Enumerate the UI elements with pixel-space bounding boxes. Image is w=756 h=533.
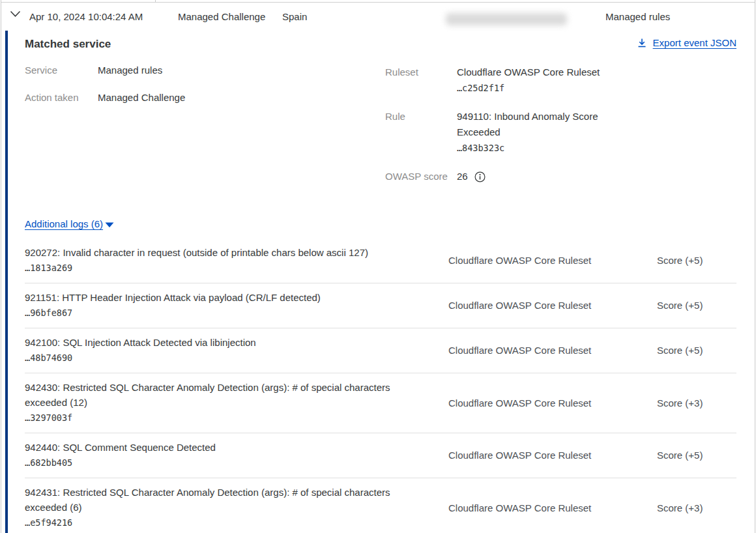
log-main: 942430: Restricted SQL Character Anomaly… (25, 380, 448, 425)
field-value: Managed rules (98, 65, 162, 76)
event-row-container: Apr 10, 2024 10:04:24 AM Managed Challen… (1, 0, 755, 533)
rule-name: 949110: Inbound Anomaly Score Exceeded (457, 111, 598, 137)
log-main: 942100: SQL Injection Attack Detected vi… (25, 335, 448, 366)
event-action: Managed Challenge (178, 10, 265, 23)
log-rule-id: …e5f94216 (25, 515, 429, 530)
log-rule-title: 921151: HTTP Header Injection Attack via… (25, 290, 416, 305)
log-score: Score (+5) (657, 255, 736, 266)
export-event-json-label: Export event JSON (653, 37, 736, 48)
log-rule-id: …3297003f (25, 410, 429, 425)
log-row: 942440: SQL Comment Sequence Detected …6… (25, 433, 736, 478)
ruleset-id: …c25d2f1f (457, 83, 504, 93)
log-score: Score (+5) (657, 300, 736, 311)
event-timestamp: Apr 10, 2024 10:04:24 AM (29, 10, 143, 23)
field-action-taken: Action taken Managed Challenge (25, 92, 385, 104)
log-row: 921151: HTTP Header Injection Attack via… (25, 283, 736, 328)
field-label: Service (25, 65, 98, 76)
export-event-json-link[interactable]: Export event JSON (637, 37, 736, 48)
event-country: Spain (282, 10, 307, 23)
log-score: Score (+3) (657, 397, 736, 409)
log-main: 921151: HTTP Header Injection Attack via… (25, 290, 448, 321)
chevron-down-icon[interactable] (10, 10, 21, 18)
log-rule-id: …96bfe867 (25, 305, 429, 321)
log-score: Score (+5) (657, 345, 736, 356)
log-main: 942440: SQL Comment Sequence Detected …6… (25, 440, 448, 470)
log-ruleset-name: Cloudflare OWASP Core Ruleset (448, 255, 657, 266)
field-service: Service Managed rules (25, 65, 385, 76)
additional-logs-label: Additional logs (6) (25, 218, 103, 230)
log-rule-title: 920272: Invalid character in request (ou… (25, 245, 416, 260)
field-label: Rule (385, 109, 457, 156)
field-label: Action taken (25, 92, 98, 104)
log-main: 920272: Invalid character in request (ou… (25, 245, 448, 276)
log-rule-title: 942430: Restricted SQL Character Anomaly… (25, 380, 416, 410)
event-summary-row[interactable]: Apr 10, 2024 10:04:24 AM Managed Challen… (1, 3, 755, 31)
log-rule-id: …1813a269 (25, 260, 429, 276)
field-owasp-score: OWASP score 26 (385, 169, 736, 184)
rule-id: …843b323c (457, 143, 504, 153)
log-row: 942430: Restricted SQL Character Anomaly… (25, 373, 736, 433)
matched-service-panel: Matched service Export event JSON (1, 31, 755, 533)
additional-logs-list: 920272: Invalid character in request (ou… (25, 238, 736, 533)
log-ruleset-name: Cloudflare OWASP Core Ruleset (448, 345, 657, 356)
download-icon (637, 38, 647, 48)
field-label: Ruleset (385, 65, 457, 96)
log-ruleset-name: Cloudflare OWASP Core Ruleset (448, 450, 657, 461)
ruleset-name: Cloudflare OWASP Core Ruleset (457, 66, 600, 78)
log-rule-id: …682bb405 (25, 455, 429, 470)
info-icon[interactable] (474, 171, 486, 182)
column-divider-tick (155, 0, 156, 2)
fields-right-column: Ruleset Cloudflare OWASP Core Ruleset …c… (385, 65, 736, 197)
field-rule: Rule 949110: Inbound Anomaly Score Excee… (385, 109, 736, 156)
log-score: Score (+3) (657, 502, 736, 513)
log-row: 920272: Invalid character in request (ou… (25, 238, 736, 283)
caret-down-icon (105, 222, 114, 228)
log-rule-title: 942100: SQL Injection Attack Detected vi… (25, 335, 416, 350)
field-label: OWASP score (385, 169, 457, 184)
log-rule-title: 942431: Restricted SQL Character Anomaly… (25, 485, 416, 515)
previous-row-edge (1, 0, 755, 2)
log-row: 942100: SQL Injection Attack Detected vi… (25, 328, 736, 373)
redacted-host-blur (446, 13, 567, 25)
log-row: 942431: Restricted SQL Character Anomaly… (25, 478, 736, 533)
log-main: 942431: Restricted SQL Character Anomaly… (25, 485, 448, 530)
matched-service-fields: Service Managed rules Action taken Manag… (25, 65, 736, 197)
log-ruleset-name: Cloudflare OWASP Core Ruleset (448, 502, 657, 513)
selected-row-accent-bar (5, 31, 8, 533)
additional-logs-toggle[interactable]: Additional logs (6) (25, 218, 114, 230)
log-ruleset-name: Cloudflare OWASP Core Ruleset (448, 300, 657, 311)
log-ruleset-name: Cloudflare OWASP Core Ruleset (448, 397, 657, 409)
log-rule-id: …48b74690 (25, 350, 429, 366)
event-service: Managed rules (605, 10, 670, 23)
log-rule-title: 942440: SQL Comment Sequence Detected (25, 440, 416, 455)
owasp-score-value: 26 (457, 169, 468, 184)
panel-title: Matched service (25, 37, 111, 51)
panel-header: Matched service Export event JSON (25, 37, 736, 51)
field-value: Managed Challenge (98, 92, 185, 104)
log-score: Score (+5) (657, 450, 736, 461)
fields-left-column: Service Managed rules Action taken Manag… (25, 65, 385, 197)
field-ruleset: Ruleset Cloudflare OWASP Core Ruleset …c… (385, 65, 736, 96)
security-event-detail: Apr 10, 2024 10:04:24 AM Managed Challen… (0, 0, 756, 533)
